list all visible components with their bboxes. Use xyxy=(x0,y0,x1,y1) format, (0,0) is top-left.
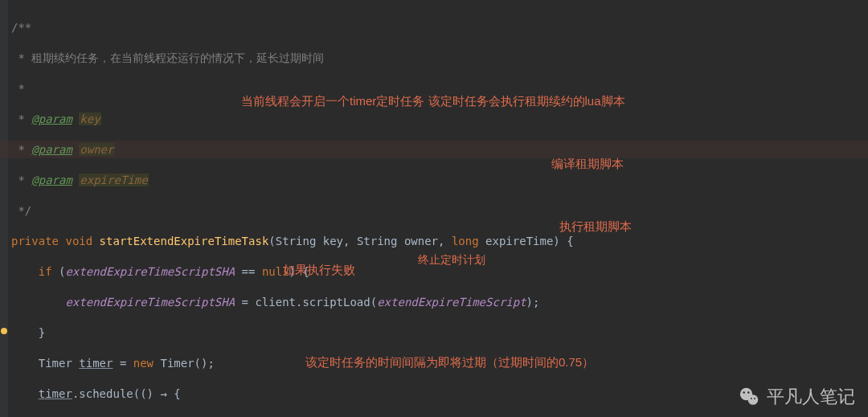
kw-if: if xyxy=(39,265,52,278)
warning-gutter-icon[interactable] xyxy=(1,328,7,334)
brace: } xyxy=(39,326,45,339)
kw-new: new xyxy=(133,357,154,370)
kw-private: private xyxy=(11,235,59,247)
param-tag: @param xyxy=(31,112,72,125)
param-tag: @param xyxy=(31,174,72,186)
gutter xyxy=(0,0,8,417)
comment-open: /** xyxy=(11,21,31,34)
comment-line: * 租期续约任务，在当前线程还运行的情况下，延长过期时间 xyxy=(11,51,324,64)
code-editor[interactable]: /** * 租期续约任务，在当前线程还运行的情况下，延长过期时间 * * @pa… xyxy=(0,0,868,417)
comment-star: * xyxy=(11,82,25,95)
param-key: key xyxy=(79,112,100,125)
param-tag: @param xyxy=(31,143,72,156)
param-owner: owner xyxy=(79,143,114,156)
kw-long: long xyxy=(452,235,479,247)
sig-params: (String key, String owner, xyxy=(268,235,452,247)
var-timer: timer xyxy=(79,357,113,370)
code-block[interactable]: /** * 租期续约任务，在当前线程还运行的情况下，延长过期时间 * * @pa… xyxy=(11,5,868,417)
sig-params-2: expireTime) { xyxy=(479,235,574,247)
timer-ref: timer xyxy=(39,387,72,400)
var-script: extendExpireTimeScript xyxy=(377,296,526,309)
var-sha: extendExpireTimeScriptSHA xyxy=(65,265,235,278)
kw-void: void xyxy=(65,235,92,247)
method-name: startExtendExpireTimeTask xyxy=(100,235,269,247)
var-sha-2: extendExpireTimeScriptSHA xyxy=(65,296,235,309)
comment-close: */ xyxy=(11,204,31,217)
kw-null: null xyxy=(262,265,289,278)
param-expireTime: expireTime xyxy=(79,174,148,186)
